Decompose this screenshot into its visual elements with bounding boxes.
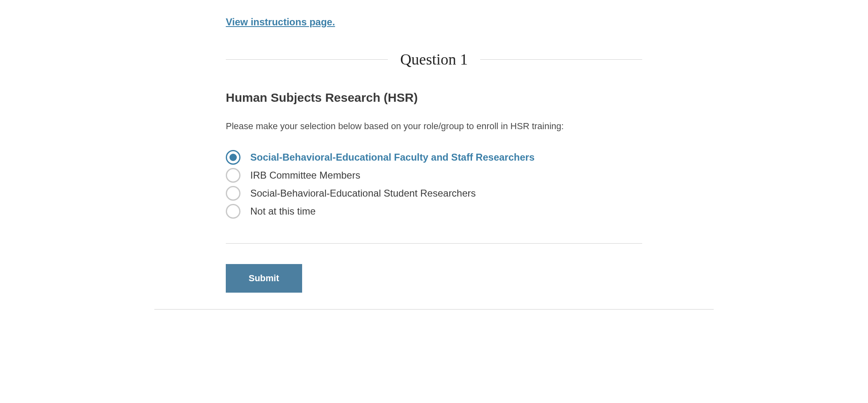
radio-option-1[interactable]: IRB Committee Members xyxy=(226,168,642,183)
radio-circle-icon xyxy=(226,168,240,183)
radio-circle-icon xyxy=(226,204,240,219)
submit-button[interactable]: Submit xyxy=(226,264,302,293)
radio-label: Social-Behavioral-Educational Student Re… xyxy=(250,188,476,199)
divider xyxy=(226,243,642,244)
radio-label: Not at this time xyxy=(250,206,316,217)
question-title: Question 1 xyxy=(388,50,480,68)
radio-option-3[interactable]: Not at this time xyxy=(226,204,642,219)
instructions-link[interactable]: View instructions page. xyxy=(226,16,335,28)
prompt-text: Please make your selection below based o… xyxy=(226,121,642,132)
radio-circle-icon xyxy=(226,150,240,165)
section-title: Human Subjects Research (HSR) xyxy=(226,91,642,105)
radio-group: Social-Behavioral-Educational Faculty an… xyxy=(226,150,642,219)
radio-label: IRB Committee Members xyxy=(250,170,360,181)
radio-circle-icon xyxy=(226,186,240,201)
radio-option-2[interactable]: Social-Behavioral-Educational Student Re… xyxy=(226,186,642,201)
question-header: Question 1 xyxy=(226,50,642,68)
radio-label: Social-Behavioral-Educational Faculty an… xyxy=(250,152,534,163)
bottom-divider xyxy=(154,309,714,310)
radio-option-0[interactable]: Social-Behavioral-Educational Faculty an… xyxy=(226,150,642,165)
